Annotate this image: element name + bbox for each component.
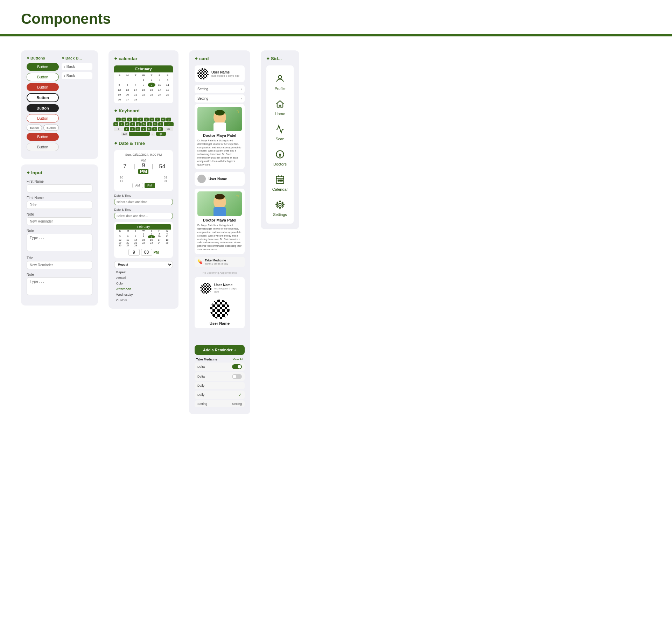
opt-repeat[interactable]: Repeat [114, 269, 173, 275]
sidebar-item-settings[interactable]: Settings [269, 196, 291, 219]
input-field-1[interactable] [27, 184, 92, 192]
dm-17[interactable]: 17 [155, 239, 163, 241]
cal-day-8[interactable]: 8 [140, 83, 147, 87]
back-btn-2[interactable]: ‹ Back [62, 72, 92, 79]
dm-21[interactable]: 21 [132, 241, 139, 244]
kb-o[interactable]: o [161, 118, 166, 121]
cal-day-22[interactable]: 22 [140, 92, 147, 97]
cal-day-18[interactable]: 18 [164, 87, 172, 92]
cal-day-2[interactable]: 2 [148, 78, 155, 82]
dt-field-1[interactable] [114, 199, 173, 205]
cal-day-1[interactable]: 1 [140, 78, 147, 82]
kb-p[interactable]: p [166, 118, 171, 121]
kb-e[interactable]: e [127, 118, 132, 121]
kb-d[interactable]: d [125, 122, 130, 126]
cal-day-7[interactable]: 7 [132, 83, 139, 87]
kb-q[interactable]: q [116, 118, 121, 121]
dm-8[interactable]: 8 [140, 235, 147, 238]
dm-6[interactable]: 6 [124, 235, 131, 238]
kb-s[interactable]: s [119, 122, 124, 126]
kb-space[interactable] [129, 132, 150, 136]
opt-custom[interactable]: Custom [114, 297, 173, 303]
kb-go[interactable]: go [156, 132, 166, 136]
cal-day-23[interactable]: 23 [148, 92, 155, 97]
dm-15[interactable]: 15 [140, 239, 147, 241]
dm-18[interactable]: 18 [163, 239, 171, 241]
dm-11[interactable]: 11 [163, 235, 171, 238]
dm-13[interactable]: 13 [124, 239, 131, 241]
dm-14[interactable]: 14 [132, 239, 139, 241]
cal-day-5[interactable]: 5 [115, 83, 123, 87]
dt-am-btn[interactable]: AM [132, 183, 144, 188]
dm-9[interactable]: 9 [148, 235, 155, 238]
kb-num[interactable]: 123 [121, 132, 128, 136]
dm-22[interactable]: 22 [140, 241, 147, 244]
kb-shift[interactable]: ⇧ [114, 127, 124, 131]
dm-2[interactable]: 2 [148, 232, 155, 235]
sidebar-item-home[interactable]: Home [269, 95, 291, 119]
input-textarea-2[interactable] [27, 278, 92, 295]
cal-day-4[interactable]: 4 [164, 78, 172, 82]
cal-day-9[interactable]: 9 [148, 83, 155, 87]
dm-12[interactable]: 12 [116, 239, 124, 241]
btn-red-outline[interactable]: Button [27, 114, 59, 122]
dm-1[interactable]: 1 [140, 232, 147, 235]
kb-a[interactable]: a [113, 122, 118, 126]
cal-day-11[interactable]: 11 [164, 83, 172, 87]
btn-dark-outline[interactable]: Button [27, 93, 59, 102]
dm-4[interactable]: 4 [163, 232, 171, 235]
kb-z[interactable]: z [124, 127, 129, 131]
dm-10[interactable]: 10 [155, 235, 163, 238]
cal-day-24[interactable]: 24 [156, 92, 163, 97]
kb-k[interactable]: k [153, 122, 158, 126]
kb-u[interactable]: u [149, 118, 154, 121]
toggle-off-2[interactable] [232, 374, 242, 379]
dm-25[interactable]: 25 [163, 241, 171, 244]
input-field-5[interactable] [27, 261, 92, 269]
kb-l[interactable]: l [158, 122, 163, 126]
cal-day-17[interactable]: 17 [156, 87, 163, 92]
kb-n[interactable]: n [152, 127, 157, 131]
kb-t[interactable]: t [138, 118, 143, 121]
kb-w[interactable]: w [121, 118, 126, 121]
cal-day-15[interactable]: 15 [140, 87, 147, 92]
kb-g[interactable]: g [136, 122, 141, 126]
input-textarea-1[interactable] [27, 234, 92, 251]
back-btn-1[interactable]: ‹ Back [62, 63, 92, 70]
dt-field-2[interactable] [114, 213, 173, 219]
kb-dot[interactable]: . [150, 132, 155, 136]
cal-day-3[interactable]: 3 [156, 78, 163, 82]
cal-day-19[interactable]: 19 [115, 92, 123, 97]
btn-green-outline[interactable]: Button [27, 73, 59, 81]
dm-27[interactable]: 27 [124, 244, 131, 247]
cal-day-16[interactable]: 16 [148, 87, 155, 92]
sidebar-item-scan[interactable]: Scan [269, 120, 291, 144]
opt-color[interactable]: Color [114, 281, 173, 286]
kb-r[interactable]: r [133, 118, 138, 121]
cal-day-27[interactable]: 27 [124, 97, 131, 102]
card-setting-2[interactable]: Setting › [195, 94, 245, 103]
sidebar-item-doctors[interactable]: Doctors [269, 145, 291, 169]
btn-dark-filled[interactable]: Button [27, 104, 59, 112]
kb-x[interactable]: x [130, 127, 135, 131]
btn-small-1[interactable]: Button [27, 125, 42, 131]
dt-repeat-select[interactable]: Repeat Annual Color Afternoon Wednesday … [114, 261, 173, 268]
dm-28[interactable]: 28 [132, 244, 139, 247]
kb-j[interactable]: j [147, 122, 152, 126]
btn-small-2[interactable]: Button [43, 125, 59, 131]
kb-i[interactable]: i [155, 118, 160, 121]
dt-pm-btn[interactable]: PM [145, 183, 155, 188]
input-field-3[interactable] [27, 217, 92, 225]
dm-7[interactable]: 7 [132, 235, 139, 238]
cal-day-12[interactable]: 12 [115, 87, 123, 92]
cal-day-13[interactable]: 13 [124, 87, 131, 92]
toggle-on-1[interactable] [232, 364, 242, 369]
kb-delete[interactable]: ⌫ [163, 127, 173, 131]
view-all[interactable]: View All [233, 358, 243, 361]
dm-26[interactable]: 26 [116, 244, 124, 247]
cal-day-21[interactable]: 21 [132, 92, 139, 97]
dm-19[interactable]: 19 [116, 241, 124, 244]
dm-23[interactable]: 23 [148, 241, 155, 244]
cal-day-25[interactable]: 25 [164, 92, 172, 97]
cal-day-28[interactable]: 28 [132, 97, 139, 102]
